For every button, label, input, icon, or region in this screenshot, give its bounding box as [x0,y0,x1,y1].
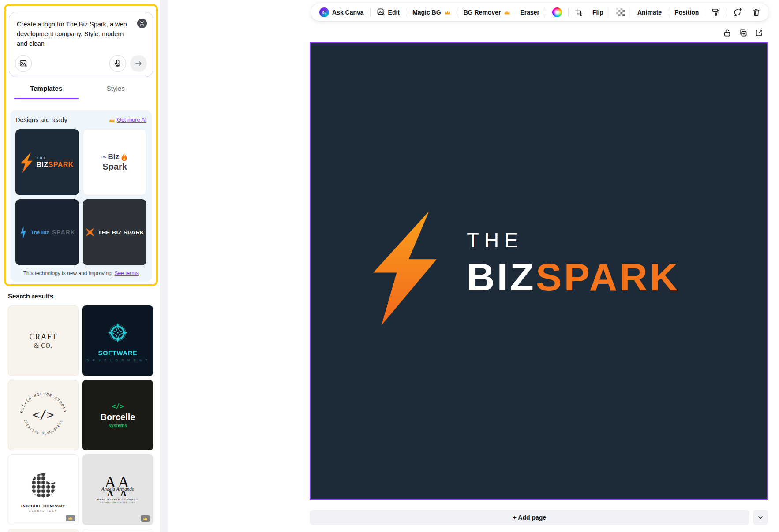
pro-crown-icon [444,10,451,15]
search-result-partial[interactable] [8,529,79,532]
animate-button[interactable]: Animate [633,3,667,21]
get-more-ai-link[interactable]: Get more AI [109,117,146,123]
design-thumbnail-flame-light[interactable]: THE Biz Spark [83,129,146,195]
search-results-title: Search results [8,292,153,300]
duplicate-page-button[interactable] [738,28,748,39]
get-more-ai-label: Get more AI [117,117,146,123]
code-glyph: </> [33,408,54,421]
logo-the[interactable]: THE [467,230,680,250]
tab-templates[interactable]: Templates [11,77,81,99]
thumb-logo: The Biz SPARK [19,227,75,238]
voice-input-button[interactable] [109,55,126,72]
search-result-ingoude-company[interactable]: INGOUDE COMPANY GLOBAL TECH [8,454,79,525]
logo-brand[interactable]: BIZSPARK [467,258,680,297]
search-result-olivia-wilson-studio[interactable]: OLIVIA WILSON STUDIO CREATIVE DEVELOPERS… [8,380,79,450]
bg-remover-button[interactable]: BG Remover [459,3,516,21]
collapse-pages-button[interactable] [753,510,768,525]
magic-bg-label: Magic BG [412,9,441,16]
logo-biz: BIZ [467,255,536,299]
export-page-button[interactable] [754,28,764,39]
design-thumbnail-orange-x[interactable]: THE BIZ SPARK [83,199,146,265]
toolbar-divider [668,8,668,17]
crop-icon [575,8,583,16]
logo-subtitle: GLOBAL TECH [29,510,58,512]
see-terms-link[interactable]: See terms [115,270,139,276]
signature-script: Angela Armando [101,487,135,491]
hex-globe-icon [26,468,60,501]
flip-button[interactable]: Flip [588,3,608,21]
ask-canva-button[interactable]: Ask Canva [315,3,369,21]
eraser-button[interactable]: Eraser [515,3,544,21]
copy-style-button[interactable] [707,3,725,21]
lock-open-icon [723,28,732,37]
toolbar-divider [727,8,727,17]
logo-title: REAL ESTATE COMPANY [97,498,139,501]
page-actions [723,28,764,39]
design-thumbnail-blue-bolt[interactable]: The Biz SPARK [15,199,79,265]
search-result-angela-armando[interactable]: AA AA Angela Armando REAL ESTATE COMPANY… [82,454,153,525]
edit-button[interactable]: Edit [372,3,404,21]
submit-prompt-button[interactable] [130,55,147,72]
toolbar-divider [370,8,371,17]
close-icon [140,21,144,26]
monogram: AA AA Angela Armando [105,476,131,496]
prompt-text[interactable]: Create a logo for The Biz Spark, a web d… [17,20,132,48]
sidebar-scrollbar-gutter[interactable] [160,0,168,532]
prompt-actions [15,55,147,72]
pro-crown-icon [68,516,73,520]
logo-subtitle: D E V E L O P M E N T [87,359,149,362]
add-page-button[interactable]: + Add page [310,510,749,525]
export-page-icon [754,28,764,37]
position-button[interactable]: Position [670,3,704,21]
edit-image-icon [377,8,385,16]
search-result-craft-co[interactable]: CRAFT & CO. [8,305,79,376]
code-glyph: </> [112,402,124,410]
delete-button[interactable] [747,3,765,21]
toolbar-divider [406,8,406,17]
comment-button[interactable] [728,3,747,21]
svg-text:CREATIVE DEVELOPERS: CREATIVE DEVELOPERS [23,419,63,435]
search-result-partial[interactable] [82,529,153,532]
badge-arc-bottom: CREATIVE DEVELOPERS [23,419,63,435]
lightning-bolt-graphic[interactable] [373,211,437,325]
thumb-the: THE [101,156,107,158]
search-result-software-development[interactable]: SOFTWARE D E V E L O P M E N T [82,305,153,376]
search-result-borcelle-systems[interactable]: </> Borcelle systems [82,380,153,450]
color-button[interactable] [547,3,567,21]
logo-subtitle: ESTABLISHED SINCE 1990 [101,502,135,504]
pro-crown-icon [109,118,115,123]
thumb-the: THE [36,156,74,160]
thumb-spark: Spark [101,162,128,172]
generated-designs-grid: THE BIZSPARK THE Biz [15,129,146,265]
magic-bg-button[interactable]: Magic BG [408,3,456,21]
microphone-icon [113,59,122,68]
logo-title: Borcelle [101,412,135,422]
close-prompt-button[interactable] [137,19,147,28]
canva-logo-icon [319,7,329,17]
submit-arrow-icon [134,59,143,68]
lock-page-button[interactable] [723,28,732,39]
pro-badge [141,515,150,522]
context-toolbar: Ask Canva Edit Magic BG BG Remover Erase… [311,3,769,21]
trash-icon [752,8,760,16]
circular-badge-logo: OLIVIA WILSON STUDIO CREATIVE DEVELOPERS… [16,388,71,443]
design-canvas-page[interactable]: THE BIZSPARK [310,42,768,500]
logo-subtitle: systems [109,423,127,428]
bg-remover-label: BG Remover [464,9,501,16]
logo-text-group[interactable]: THE BIZSPARK [467,230,680,297]
search-results-grid: CRAFT & CO. SOFTWARE D E V E L O P M E N… [8,305,153,532]
transparency-button[interactable] [611,3,629,21]
flame-icon [120,153,128,162]
paint-roller-icon [712,8,720,17]
add-image-icon [19,59,28,68]
terms-note: This technology is new and improving. Se… [15,270,146,276]
add-image-button[interactable] [15,55,32,72]
tab-styles[interactable]: Styles [81,77,151,99]
crop-button[interactable] [570,3,588,21]
logo-title: INGOUDE COMPANY [21,504,65,508]
ai-prompt-input[interactable]: Create a logo for The Biz Spark, a web d… [9,12,153,77]
pro-badge [66,515,75,521]
toolbar-divider [631,8,631,17]
design-thumbnail-bolt-dark[interactable]: THE BIZSPARK [15,129,79,195]
logo-title: SOFTWARE [98,349,138,357]
